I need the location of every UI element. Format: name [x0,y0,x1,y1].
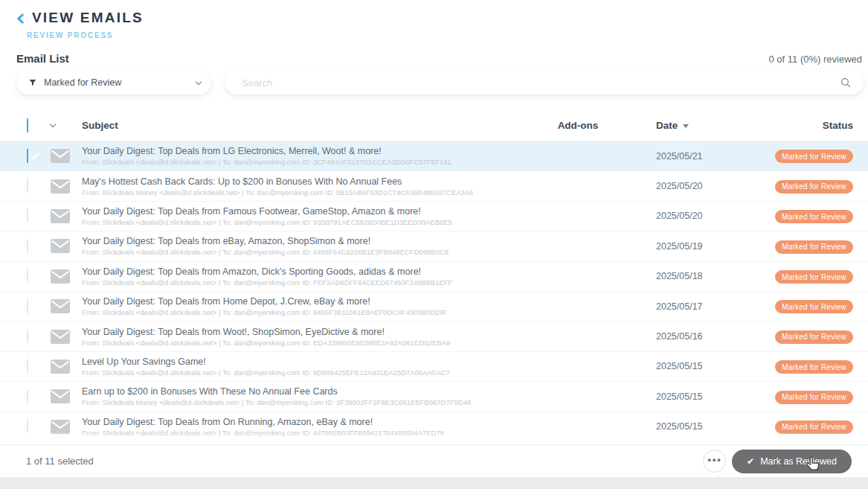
envelope-icon [51,209,70,223]
email-meta: From: Slickdeals <deals@d.slickdeals.net… [82,429,533,437]
status-cell: Marked for Review [727,269,868,284]
row-checkbox[interactable] [27,359,28,373]
email-date: 2025/05/20 [623,211,727,221]
email-subject: Your Daily Digest: Top Deals from On Run… [82,417,533,427]
envelope-cell [45,179,76,194]
chevron-down-icon [50,121,56,127]
filter-dropdown[interactable]: Marked for Review [16,71,211,95]
table-row[interactable]: Your Daily Digest: Top Deals from Woot!,… [0,322,868,351]
table-row[interactable]: Your Daily Digest: Top Deals from Famous… [0,202,868,231]
row-checkbox[interactable] [27,329,28,343]
table-row[interactable]: Your Daily Digest: Top Deals from Amazon… [0,262,868,292]
select-all-cell [16,119,45,132]
status-cell: Marked for Review [727,419,868,434]
email-subject: May's Hottest Cash Back Cards: Up to $20… [82,176,533,187]
search-bar [225,71,864,95]
email-table: Subject Add-ons Date Status Your Daily D… [0,110,868,442]
row-checkbox-cell [16,269,45,283]
table-row[interactable]: Your Daily Digest: Top Deals from On Run… [0,412,868,442]
envelope-icon [51,389,70,403]
row-checkbox[interactable] [27,208,28,223]
table-row[interactable]: Earn up to $200 in Bonuses With These No… [0,382,868,412]
row-checkbox[interactable] [27,389,28,403]
search-input[interactable] [242,77,840,89]
table-row[interactable]: Level Up Your Savings Game! From: Slickd… [0,352,868,382]
toolbar: Marked for Review [16,71,864,95]
email-summary: Your Daily Digest: Top Deals from Famous… [76,206,533,226]
email-subject: Your Daily Digest: Top Deals from Famous… [82,206,533,217]
search-icon[interactable] [840,77,852,89]
envelope-icon [51,149,70,163]
envelope-cell [45,269,76,284]
section-title: Email List [16,52,69,65]
ellipsis-icon: ●●● [707,456,721,464]
status-badge: Marked for Review [775,150,853,163]
mark-as-reviewed-label: Mark as Reviewed [760,456,837,467]
row-checkbox[interactable] [27,269,28,283]
status-badge: Marked for Review [775,330,853,344]
envelope-icon [51,299,70,313]
email-date: 2025/05/21 [623,151,727,162]
status-badge: Marked for Review [775,270,853,284]
email-meta: From: Slickdeals <deals@d.slickdeals.net… [82,158,533,166]
back-icon[interactable] [17,13,28,23]
row-checkbox[interactable] [27,239,28,253]
email-meta: From: Slickdeals <deals@d.slickdeals.net… [82,339,533,347]
status-cell: Marked for Review [727,149,868,164]
select-all-checkbox[interactable] [27,118,28,132]
more-actions-button[interactable]: ●●● [703,450,726,473]
email-date: 2025/05/19 [623,241,727,252]
email-meta: From: Slickdeals <deals@d.slickdeals.net… [82,278,533,287]
email-meta: From: Slickdeals <deals@d.slickdeals.net… [82,218,533,226]
sort-desc-icon [683,124,689,128]
table-row[interactable]: Your Daily Digest: Top Deals from LG Ele… [0,141,868,171]
row-checkbox[interactable] [27,419,28,433]
envelope-cell [45,389,76,403]
email-date: 2025/05/20 [623,181,727,191]
row-checkbox[interactable] [27,179,28,193]
page-header: VIEW EMAILS [19,10,144,26]
list-header: Email List 0 of 11 (0%) reviewed [16,52,862,65]
email-subject: Earn up to $200 in Bonuses With These No… [82,386,533,397]
selection-footer: 1 of 11 selected ●●● ✔ Mark as Reviewed [0,444,868,477]
row-checkbox[interactable] [27,149,28,163]
page-title: VIEW EMAILS [32,10,144,26]
selection-summary: 1 of 11 selected [26,456,94,467]
email-date: 2025/05/15 [623,421,727,432]
status-cell: Marked for Review [727,329,868,344]
table-row[interactable]: Your Daily Digest: Top Deals from Home D… [0,292,868,322]
table-row[interactable]: Your Daily Digest: Top Deals from eBay, … [0,231,868,261]
row-checkbox-cell [16,150,45,163]
status-badge: Marked for Review [775,360,853,374]
email-subject: Level Up Your Savings Game! [82,357,533,367]
envelope-icon [51,420,70,434]
table-header-row: Subject Add-ons Date Status [0,110,868,141]
page-bottom-band [0,477,868,489]
check-icon: ✔ [747,456,754,467]
envelope-icon [51,330,70,344]
status-badge: Marked for Review [775,391,853,404]
mark-as-reviewed-button[interactable]: ✔ Mark as Reviewed [732,450,852,473]
table-row[interactable]: May's Hottest Cash Back Cards: Up to $20… [0,171,868,201]
status-cell: Marked for Review [727,389,868,404]
envelope-cell [45,420,76,434]
column-header-date[interactable]: Date [623,120,727,131]
email-meta: From: Slickdeals <deals@d.slickdeals.net… [82,308,533,316]
email-date: 2025/05/17 [623,301,727,312]
select-dropdown[interactable] [45,124,76,127]
envelope-cell [45,149,76,163]
row-checkbox[interactable] [27,299,28,313]
envelope-icon [51,179,70,194]
envelope-cell [45,209,76,223]
status-cell: Marked for Review [727,299,868,314]
status-cell: Marked for Review [727,239,868,254]
envelope-cell [45,359,76,374]
email-date: 2025/05/15 [623,391,727,402]
email-summary: Your Daily Digest: Top Deals from Woot!,… [76,327,533,347]
email-rows: Your Daily Digest: Top Deals from LG Ele… [0,141,868,442]
row-checkbox-cell [16,179,45,193]
email-summary: Your Daily Digest: Top Deals from On Run… [76,417,533,437]
email-subject: Your Daily Digest: Top Deals from LG Ele… [82,146,533,156]
filter-dropdown-label: Marked for Review [44,77,196,88]
column-header-subject: Subject [76,120,533,131]
